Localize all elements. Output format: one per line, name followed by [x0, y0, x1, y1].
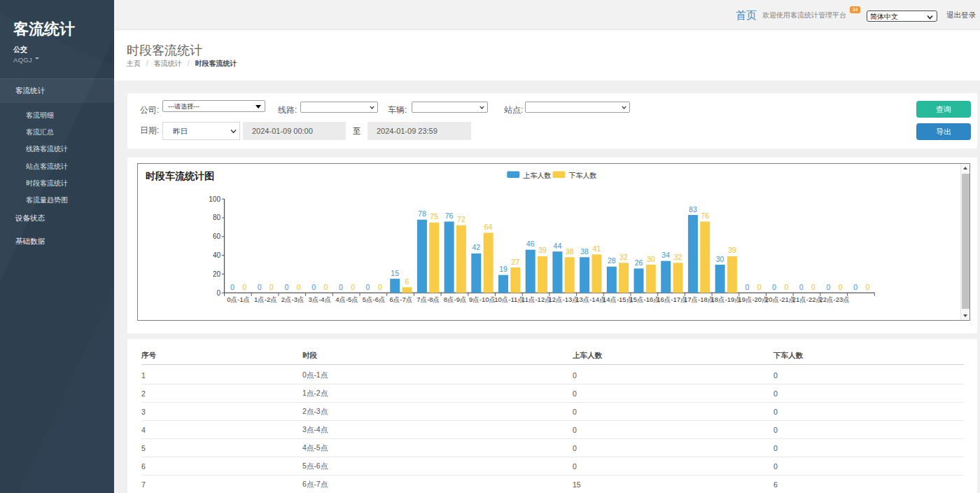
svg-text:26: 26	[635, 258, 643, 267]
svg-text:72: 72	[457, 215, 465, 223]
svg-text:0: 0	[784, 283, 788, 291]
svg-text:15点-16点: 15点-16点	[629, 296, 659, 303]
svg-text:17点-18点: 17点-18点	[684, 296, 714, 303]
svg-text:0: 0	[839, 283, 843, 291]
svg-text:0: 0	[772, 283, 776, 291]
svg-text:6: 6	[405, 277, 410, 286]
svg-text:34: 34	[662, 251, 670, 259]
svg-text:2点-3点: 2点-3点	[281, 296, 304, 303]
svg-text:0: 0	[284, 283, 288, 291]
svg-text:39: 39	[728, 246, 736, 254]
svg-text:0: 0	[230, 283, 234, 291]
svg-text:21点-22点: 21点-22点	[792, 296, 822, 303]
svg-text:0: 0	[258, 283, 262, 291]
svg-text:100: 100	[209, 195, 220, 203]
svg-text:上车人数: 上车人数	[522, 172, 551, 179]
svg-text:0: 0	[366, 283, 370, 291]
svg-text:11点-12点: 11点-12点	[522, 296, 552, 303]
svg-text:0: 0	[799, 283, 804, 291]
svg-text:0: 0	[242, 283, 246, 291]
svg-text:20: 20	[213, 270, 221, 278]
svg-text:时段车流统计图: 时段车流统计图	[146, 170, 214, 181]
svg-text:0: 0	[323, 283, 328, 291]
svg-text:20点-21点: 20点-21点	[765, 296, 795, 303]
svg-text:0: 0	[865, 283, 869, 291]
svg-text:9点-10点: 9点-10点	[469, 296, 496, 303]
svg-text:1点-2点: 1点-2点	[254, 296, 277, 303]
svg-text:6点-7点: 6点-7点	[390, 296, 413, 303]
svg-text:13点-14点: 13点-14点	[575, 296, 606, 303]
svg-text:19: 19	[499, 265, 507, 273]
svg-text:28: 28	[608, 256, 616, 265]
svg-text:7点-8点: 7点-8点	[416, 296, 440, 303]
svg-text:0: 0	[351, 283, 355, 291]
svg-text:10点-11点: 10点-11点	[494, 296, 524, 303]
svg-text:22点-23点: 22点-23点	[819, 296, 849, 303]
svg-text:32: 32	[620, 253, 628, 261]
svg-text:0: 0	[853, 283, 858, 291]
svg-text:4点-5点: 4点-5点	[335, 296, 358, 303]
svg-text:40: 40	[213, 251, 221, 259]
svg-text:80: 80	[213, 214, 221, 221]
svg-text:0: 0	[378, 283, 382, 291]
svg-text:0: 0	[826, 283, 830, 291]
svg-text:30: 30	[647, 255, 655, 263]
svg-text:0: 0	[339, 283, 343, 291]
svg-text:44: 44	[554, 242, 562, 250]
svg-text:0: 0	[312, 283, 316, 291]
svg-text:14点-15点: 14点-15点	[603, 296, 633, 303]
svg-text:15: 15	[391, 269, 399, 277]
svg-text:0: 0	[757, 283, 762, 291]
svg-text:0: 0	[216, 289, 220, 297]
svg-text:0: 0	[745, 283, 749, 291]
svg-text:46: 46	[526, 239, 535, 248]
svg-text:78: 78	[418, 209, 426, 218]
svg-text:0点-1点: 0点-1点	[227, 296, 250, 303]
svg-text:16点-17点: 16点-17点	[657, 296, 687, 303]
svg-text:下车人数: 下车人数	[569, 172, 597, 179]
svg-text:30: 30	[716, 255, 724, 263]
svg-text:32: 32	[674, 253, 682, 261]
svg-text:0: 0	[297, 283, 301, 291]
svg-text:76: 76	[445, 211, 454, 220]
svg-text:64: 64	[484, 223, 493, 231]
svg-text:39: 39	[538, 246, 547, 254]
svg-text:75: 75	[430, 212, 438, 221]
svg-text:3点-4点: 3点-4点	[308, 296, 331, 303]
svg-text:0: 0	[811, 283, 816, 291]
svg-text:60: 60	[213, 232, 221, 240]
svg-text:18点-19点: 18点-19点	[711, 296, 741, 303]
svg-text:8点-9点: 8点-9点	[444, 296, 467, 303]
svg-text:42: 42	[472, 243, 480, 251]
svg-text:12点-13点: 12点-13点	[548, 296, 578, 303]
svg-text:0: 0	[270, 283, 274, 291]
svg-text:41: 41	[593, 244, 601, 253]
svg-text:38: 38	[580, 247, 589, 256]
svg-text:19点-20点: 19点-20点	[738, 296, 768, 303]
svg-text:5点-6点: 5点-6点	[363, 296, 386, 303]
svg-text:38: 38	[566, 247, 574, 256]
svg-text:83: 83	[689, 205, 697, 214]
svg-text:76: 76	[701, 211, 709, 220]
svg-text:27: 27	[511, 258, 519, 266]
